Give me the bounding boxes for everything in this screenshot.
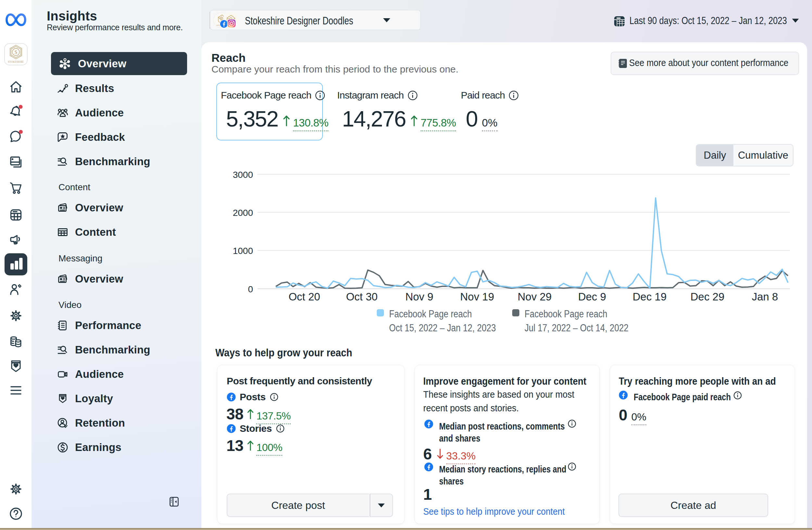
svg-text:STOKESHIRE: STOKESHIRE [8,61,24,64]
svg-text:2000: 2000 [233,208,253,218]
svg-text:Nov 19: Nov 19 [460,291,494,303]
svg-text:Nov 9: Nov 9 [405,291,433,303]
svg-text:Dec 29: Dec 29 [691,291,725,303]
svg-text:1000: 1000 [233,246,253,256]
svg-text:Oct 30: Oct 30 [346,291,377,303]
svg-text:3000: 3000 [233,170,253,180]
svg-text:Nov 29: Nov 29 [518,291,552,303]
svg-text:S: S [15,50,17,55]
svg-text:Dec 9: Dec 9 [578,291,606,303]
svg-text:Oct 20: Oct 20 [288,291,320,303]
svg-text:Jan 8: Jan 8 [752,291,778,303]
svg-text:0: 0 [248,284,253,294]
svg-text:Dec 19: Dec 19 [633,291,667,303]
